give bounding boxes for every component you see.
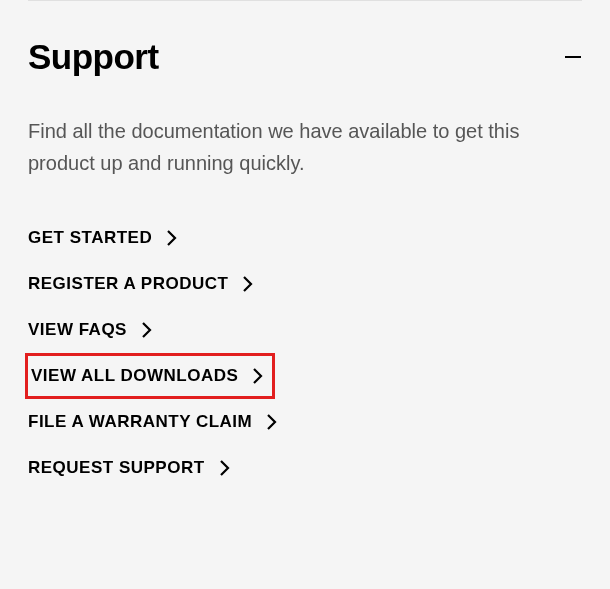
section-title: Support xyxy=(28,37,159,77)
minus-icon xyxy=(564,48,582,66)
link-label: FILE A WARRANTY CLAIM xyxy=(28,412,252,432)
chevron-right-icon xyxy=(266,413,278,431)
link-label: VIEW ALL DOWNLOADS xyxy=(31,366,238,386)
chevron-right-icon xyxy=(141,321,153,339)
link-label: GET STARTED xyxy=(28,228,152,248)
chevron-right-icon xyxy=(242,275,254,293)
section-description: Find all the documentation we have avail… xyxy=(28,115,582,179)
link-label: REGISTER A PRODUCT xyxy=(28,274,228,294)
link-request-support[interactable]: REQUEST SUPPORT xyxy=(28,445,231,491)
link-file-warranty-claim[interactable]: FILE A WARRANTY CLAIM xyxy=(28,399,278,445)
link-label: VIEW FAQS xyxy=(28,320,127,340)
chevron-right-icon xyxy=(219,459,231,477)
link-get-started[interactable]: GET STARTED xyxy=(28,215,178,261)
link-view-all-downloads[interactable]: VIEW ALL DOWNLOADS xyxy=(25,353,275,399)
link-register-product[interactable]: REGISTER A PRODUCT xyxy=(28,261,254,307)
support-link-list: GET STARTED REGISTER A PRODUCT VIEW FAQS… xyxy=(28,215,582,491)
link-label: REQUEST SUPPORT xyxy=(28,458,205,478)
section-header-toggle[interactable]: Support xyxy=(28,1,582,97)
chevron-right-icon xyxy=(252,367,264,385)
link-view-faqs[interactable]: VIEW FAQS xyxy=(28,307,153,353)
chevron-right-icon xyxy=(166,229,178,247)
